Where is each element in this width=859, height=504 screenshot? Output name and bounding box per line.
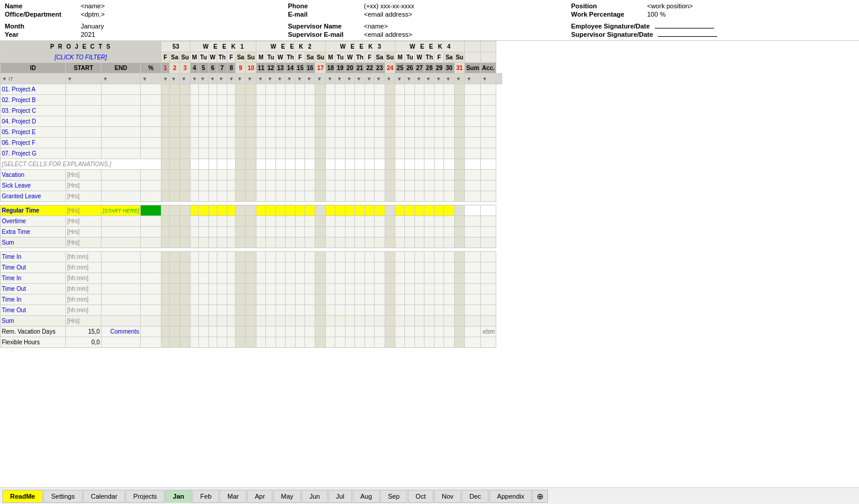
- overtime-row: Overtime [Hrs]: [1, 216, 502, 227]
- acc-col-header: [481, 42, 496, 52]
- timein3-hint: [hh:mm]: [66, 294, 102, 305]
- col-start-header: START: [66, 63, 102, 74]
- week2-header: W E E K 2: [256, 42, 326, 52]
- acc-header: Acc.: [481, 63, 496, 74]
- timein1-row: Time In [hh:mm]: [1, 252, 502, 262]
- timeout2-hint: [hh:mm]: [66, 284, 102, 294]
- project-row-4: 04. Project D: [1, 116, 502, 127]
- supervisor-email-value: <email address>: [364, 31, 412, 38]
- sup-sig-line: [658, 36, 717, 37]
- week53-header: 53: [161, 42, 191, 52]
- timein1-hint: [hh:mm]: [66, 252, 102, 262]
- project-row-2: 02. Project B: [1, 95, 502, 106]
- project-2-name[interactable]: 02. Project B: [1, 95, 66, 106]
- col-end-header: END: [102, 63, 141, 74]
- month-value: January: [81, 23, 104, 30]
- timesum-hint: [Hrs]: [66, 316, 102, 327]
- granted-leave-label: Granted Leave: [1, 191, 66, 202]
- sick-leave-hint: [Hrs]: [66, 180, 102, 191]
- dept-value: <dptm.>: [81, 11, 104, 18]
- project-row-5: 05. Project E: [1, 127, 502, 138]
- timein2-label: Time In: [1, 273, 66, 284]
- emp-sig-label: Employee Signature/Date: [571, 23, 650, 30]
- phone-value: (+xx) xxx-xx-xxxx: [364, 2, 414, 9]
- year-label: Year: [5, 31, 76, 38]
- click-filter[interactable]: [CLICK TO FILTER]: [1, 52, 161, 63]
- main-table: P R O J E C T S 53 W E E K 1 W E E K 2 W…: [0, 41, 502, 348]
- timeout3-row: Time Out [hh:mm]: [1, 305, 502, 316]
- projects-header-row: P R O J E C T S 53 W E E K 1 W E E K 2 W…: [1, 42, 502, 52]
- project-row-3: 03. Project C: [1, 106, 502, 116]
- position-value: <work position>: [647, 2, 693, 9]
- sum-label: Sum: [1, 237, 66, 248]
- project-4-name[interactable]: 04. Project D: [1, 116, 66, 127]
- work-pct-value: 100 %: [647, 11, 665, 18]
- sum-col-header: [465, 42, 481, 52]
- timein2-hint: [hh:mm]: [66, 273, 102, 284]
- extratime-hint: [Hrs]: [66, 227, 102, 237]
- project-6-name[interactable]: 06. Project F: [1, 138, 66, 148]
- comments-label: Comments: [102, 327, 141, 337]
- supervisor-email-label: Supervisor E-mail: [288, 31, 359, 38]
- phone-label: Phone: [288, 2, 359, 9]
- week3-header: W E E K 3: [326, 42, 395, 52]
- supervisor-name-value: <name>: [364, 23, 388, 30]
- regular-time-row: Regular Time [Hrs] [START HERE]: [1, 205, 502, 216]
- timesum-label: Sum: [1, 316, 66, 327]
- timeout1-hint: [hh:mm]: [66, 262, 102, 273]
- sum-hint: [Hrs]: [66, 237, 102, 248]
- header-col-1: Name <name> Office/Department <dptm.> Mo…: [5, 2, 288, 38]
- timein2-row: Time In [hh:mm]: [1, 273, 502, 284]
- project-row-6: 06. Project F: [1, 138, 502, 148]
- overtime-hint: [Hrs]: [66, 216, 102, 227]
- email-label: E-mail: [288, 11, 359, 18]
- month-label: Month: [5, 23, 76, 30]
- rem-vacation-row: Rem. Vacation Days 15,0 Comments xlsm: [1, 327, 502, 337]
- project-row-1: 01. Project A: [1, 84, 502, 95]
- sick-leave-row: Sick Leave [Hrs]: [1, 180, 502, 191]
- select-cells-row: [SELECT CELLS FOR EXPLANATIONS.]: [1, 159, 502, 170]
- projects-header: P R O J E C T S: [1, 42, 161, 52]
- col-headers-row: ID START END % 1 2 3 4 5 6 7 8 9 10 11 1…: [1, 63, 502, 74]
- granted-leave-hint: [Hrs]: [66, 191, 102, 202]
- xlsm-label: xlsm: [481, 327, 496, 337]
- rem-vacation-label: Rem. Vacation Days: [1, 327, 66, 337]
- timein3-row: Time In [hh:mm]: [1, 294, 502, 305]
- timeout2-label: Time Out: [1, 284, 66, 294]
- project-1-name[interactable]: 01. Project A: [1, 84, 66, 95]
- regular-time-hint: [Hrs]: [66, 205, 102, 216]
- timein3-label: Time In: [1, 294, 66, 305]
- project-3-name[interactable]: 03. Project C: [1, 106, 66, 116]
- granted-leave-row: Granted Leave [Hrs]: [1, 191, 502, 202]
- overtime-label: Overtime: [1, 216, 66, 227]
- extratime-label: Extra Time: [1, 227, 66, 237]
- sick-leave-label: Sick Leave: [1, 180, 66, 191]
- work-pct-label: Work Percentage: [571, 11, 642, 18]
- sum-row: Sum [Hrs]: [1, 237, 502, 248]
- timein1-label: Time In: [1, 252, 66, 262]
- project-7-name[interactable]: 07. Project G: [1, 148, 66, 159]
- day-letters-row: [CLICK TO FILTER] F Sa Su M Tu W Th F Sa…: [1, 52, 502, 63]
- rem-vacation-value: 15,0: [66, 327, 102, 337]
- flexible-hours-value: 0,0: [66, 337, 102, 348]
- timeout2-row: Time Out [hh:mm]: [1, 284, 502, 294]
- timeout3-label: Time Out: [1, 305, 66, 316]
- week4-header: W E E K 4: [395, 42, 465, 52]
- vacation-hint: [Hrs]: [66, 170, 102, 180]
- header-col-3: Position <work position> Work Percentage…: [571, 2, 854, 38]
- filter-row: ▼ IT ▼ ▼ ▼ ▼ ▼ ▼ ▼ ▼ ▼ ▼ ▼ ▼ ▼ ▼ ▼ ▼ ▼ ▼…: [1, 74, 502, 84]
- project-5-name[interactable]: 05. Project E: [1, 127, 66, 138]
- header-section: Name <name> Office/Department <dptm.> Mo…: [0, 0, 859, 41]
- spreadsheet-container: P R O J E C T S 53 W E E K 1 W E E K 2 W…: [0, 41, 859, 480]
- sup-sig-label: Supervisor Signature/Date: [571, 31, 653, 38]
- vacation-row: Vacation [Hrs]: [1, 170, 502, 180]
- col-pct-header: %: [141, 63, 161, 74]
- name-label: Name: [5, 2, 76, 9]
- extratime-row: Extra Time [Hrs]: [1, 227, 502, 237]
- header-col-2: Phone (+xx) xxx-xx-xxxx E-mail <email ad…: [288, 2, 571, 38]
- regular-time-label: Regular Time: [1, 205, 66, 216]
- year-value: 2021: [81, 31, 95, 38]
- supervisor-name-label: Supervisor Name: [288, 23, 359, 30]
- timeout1-label: Time Out: [1, 262, 66, 273]
- emp-sig-line: [655, 28, 714, 28]
